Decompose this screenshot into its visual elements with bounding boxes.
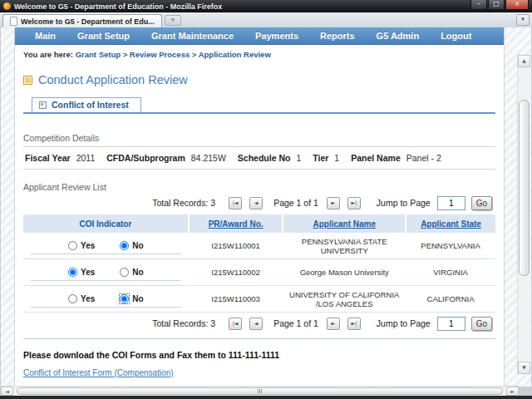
field-value: Panel - 2 bbox=[406, 153, 441, 163]
jump-to-page-input[interactable] bbox=[437, 196, 466, 210]
scroll-right-icon[interactable]: ► bbox=[506, 387, 519, 396]
vertical-scroll-thumb[interactable] bbox=[519, 100, 530, 276]
nav-item-payments[interactable]: Payments bbox=[255, 31, 298, 41]
breadcrumb-prefix: You are here: bbox=[23, 50, 73, 59]
close-button[interactable]: × bbox=[505, 0, 529, 10]
maximize-button[interactable]: □ bbox=[488, 0, 505, 10]
pagination-bottom: Total Records: 3 |◄ ◄ Page 1 of 1 ► ►| J… bbox=[23, 316, 492, 331]
coi-yes-radio[interactable] bbox=[68, 241, 77, 250]
column-applicant-state[interactable]: Applicant State bbox=[406, 214, 495, 233]
last-page-button[interactable]: ►| bbox=[347, 318, 361, 330]
new-tab-button[interactable]: + bbox=[165, 15, 181, 26]
field-value: 2011 bbox=[76, 153, 96, 163]
coi-no-radio[interactable] bbox=[120, 241, 129, 250]
tab-list-dropdown-icon[interactable]: ▾ bbox=[516, 14, 530, 26]
tab-conflict-of-interest[interactable]: Conflict of Interest bbox=[32, 97, 141, 112]
coi-yes-option[interactable]: Yes bbox=[68, 268, 95, 277]
coi-no-radio[interactable] bbox=[120, 268, 129, 277]
column-coi-indicator: COI Indicator bbox=[23, 214, 189, 233]
vertical-scrollbar[interactable]: ▲ ▼ bbox=[517, 55, 530, 374]
first-page-button[interactable]: |◄ bbox=[229, 197, 242, 209]
coi-yes-radio[interactable] bbox=[68, 294, 77, 303]
total-records-label: Total Records: bbox=[152, 318, 208, 328]
field-value: 1 bbox=[334, 153, 339, 163]
column-pr-award-no[interactable]: PR/Award No. bbox=[189, 214, 283, 233]
first-page-button[interactable]: |◄ bbox=[229, 318, 242, 330]
tab-bar: Welcome to G5 - Department of Edu... + ▾ bbox=[0, 12, 532, 28]
jump-to-page-input[interactable] bbox=[437, 317, 466, 331]
coi-no-option[interactable]: No bbox=[120, 268, 143, 277]
browser-viewport: Main Grant Setup Grant Maintenance Payme… bbox=[1, 27, 531, 387]
thumb-grip bbox=[259, 389, 260, 393]
last-page-button[interactable]: ►| bbox=[347, 197, 361, 209]
yes-label: Yes bbox=[81, 268, 95, 277]
coi-yes-option[interactable]: Yes bbox=[68, 294, 95, 303]
tab-bullet-icon bbox=[39, 101, 47, 109]
browser-tab[interactable]: Welcome to G5 - Department of Edu... bbox=[2, 14, 162, 27]
applicant-review-table: COI Indicator PR/Award No. Applicant Nam… bbox=[23, 214, 495, 313]
competition-details-row: Fiscal Year 2011 CFDA/Subprogram 84.215W… bbox=[23, 146, 495, 170]
coi-yes-radio[interactable] bbox=[68, 268, 77, 277]
applicant-state: CALIFORNIA bbox=[406, 286, 495, 313]
nav-item-g5-admin[interactable]: G5 Admin bbox=[377, 31, 420, 41]
go-button[interactable]: Go bbox=[471, 196, 492, 210]
go-button[interactable]: Go bbox=[471, 317, 492, 331]
total-records-value: 3 bbox=[210, 198, 215, 208]
no-label: No bbox=[132, 241, 143, 250]
yes-label: Yes bbox=[81, 241, 95, 250]
table-header-row: COI Indicator PR/Award No. Applicant Nam… bbox=[23, 214, 495, 233]
nav-item-grant-setup[interactable]: Grant Setup bbox=[77, 31, 130, 41]
minimize-button[interactable]: – bbox=[470, 0, 487, 10]
field-label: Schedule No bbox=[238, 153, 291, 163]
window-title: Welcome to G5 - Department of Education … bbox=[14, 2, 222, 11]
scroll-left-icon[interactable]: ◄ bbox=[1, 387, 13, 396]
coi-form-compensation-link[interactable]: Conflict of Interest Form (Compensation) bbox=[23, 368, 174, 377]
column-applicant-name[interactable]: Applicant Name bbox=[283, 214, 406, 233]
applicant-review-list-label: Applicant Review List bbox=[23, 182, 504, 192]
no-label: No bbox=[132, 268, 143, 277]
window-bottom-border bbox=[0, 396, 532, 399]
window-controls: – □ × bbox=[470, 0, 529, 10]
field-label: Tier bbox=[313, 153, 328, 163]
previous-page-button[interactable]: ◄ bbox=[249, 318, 263, 330]
total-records: Total Records: 3 bbox=[152, 318, 215, 328]
field-value: 84.215W bbox=[191, 153, 226, 163]
field-label: CFDA/Subprogram bbox=[106, 153, 185, 163]
section-bullet-icon bbox=[23, 76, 32, 85]
coi-radio-group: Yes No bbox=[31, 294, 181, 308]
field-label: Panel Name bbox=[351, 153, 401, 163]
coi-no-radio[interactable] bbox=[120, 294, 129, 303]
nav-item-reports[interactable]: Reports bbox=[320, 31, 355, 41]
applicant-name: George Mason University bbox=[283, 259, 406, 286]
scroll-up-icon[interactable]: ▲ bbox=[518, 55, 530, 67]
content-tabstrip: Conflict of Interest bbox=[23, 97, 495, 114]
horizontal-scroll-thumb[interactable] bbox=[17, 387, 503, 395]
field-value: 1 bbox=[296, 153, 301, 163]
horizontal-scroll-track[interactable] bbox=[13, 387, 506, 396]
breadcrumb: You are here: Grant Setup > Review Proce… bbox=[15, 45, 504, 59]
nav-item-main[interactable]: Main bbox=[35, 31, 56, 41]
coi-radio-group: Yes No bbox=[31, 268, 181, 281]
coi-yes-option[interactable]: Yes bbox=[68, 241, 95, 250]
titlebar: Welcome to G5 - Department of Education … bbox=[0, 0, 532, 12]
jump-to-page-label: Jump to Page bbox=[377, 318, 431, 328]
field-label: Fiscal Year bbox=[25, 153, 71, 163]
next-page-button[interactable]: ► bbox=[327, 318, 340, 330]
breadcrumb-path[interactable]: Grant Setup > Review Process > Applicati… bbox=[76, 50, 271, 59]
jump-to-page-label: Jump to Page bbox=[377, 198, 431, 208]
browser-window: Welcome to G5 - Department of Education … bbox=[0, 0, 532, 399]
previous-page-button[interactable]: ◄ bbox=[249, 197, 263, 209]
nav-item-grant-maintenance[interactable]: Grant Maintenance bbox=[151, 31, 234, 41]
thumb-grip bbox=[261, 389, 262, 393]
nav-item-logout[interactable]: Logout bbox=[441, 31, 471, 41]
scroll-down-icon[interactable]: ▼ bbox=[518, 362, 530, 374]
applicant-state: VIRGINIA bbox=[406, 259, 495, 286]
page-title: Conduct Application Review bbox=[23, 73, 504, 86]
horizontal-scrollbar[interactable]: ◄ ► bbox=[1, 386, 519, 396]
web-page: Main Grant Setup Grant Maintenance Payme… bbox=[14, 27, 505, 387]
page-indicator: Page 1 of 1 bbox=[273, 198, 318, 208]
coi-no-option[interactable]: No bbox=[120, 294, 143, 303]
coi-no-option[interactable]: No bbox=[120, 241, 143, 250]
coi-radio-group: Yes No bbox=[31, 241, 181, 254]
next-page-button[interactable]: ► bbox=[327, 197, 340, 209]
